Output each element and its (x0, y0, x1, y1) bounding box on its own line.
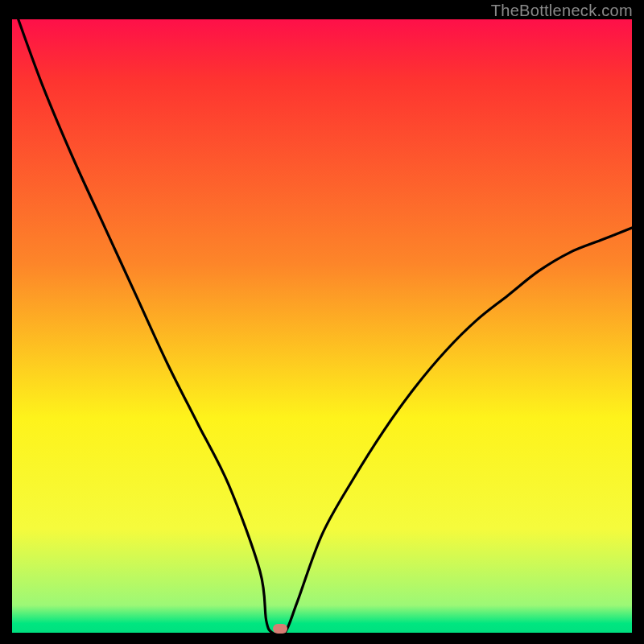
watermark-text: TheBottleneck.com (491, 2, 633, 20)
gradient-background (12, 19, 632, 633)
plot-area (12, 19, 632, 633)
optimal-marker (273, 624, 287, 634)
chart-stage: TheBottleneck.com (0, 0, 644, 644)
svg-rect-0 (12, 19, 632, 633)
